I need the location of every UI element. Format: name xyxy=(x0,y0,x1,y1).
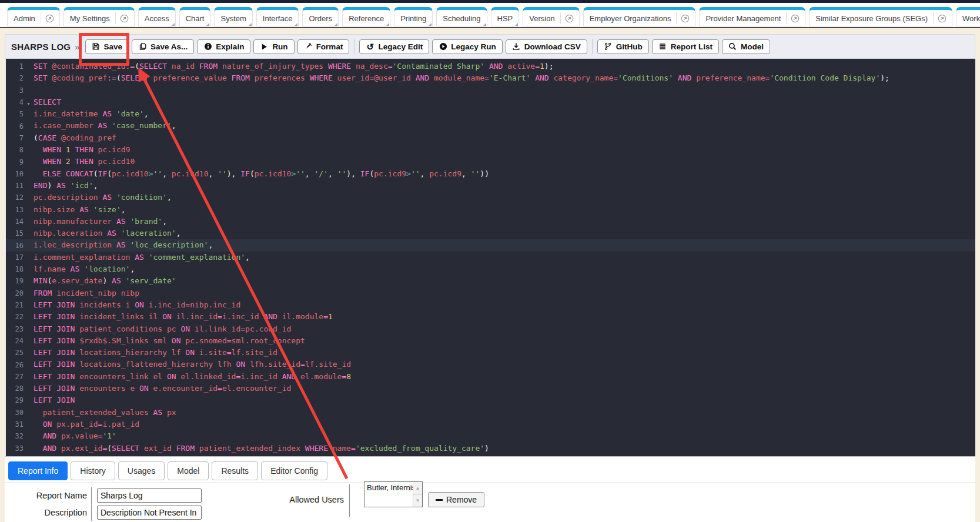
download-csv-button[interactable]: Download CSV xyxy=(506,39,587,54)
panel-tab-usages[interactable]: Usages xyxy=(118,461,165,480)
code-text: LEFT JOIN $rxdb$.SM_links sml ON pc.snom… xyxy=(34,335,305,347)
search-icon xyxy=(728,42,737,51)
panel-tab-results[interactable]: Results xyxy=(212,461,258,480)
github-button[interactable]: GitHub xyxy=(597,39,649,54)
code-line-12: 12pc.description AS 'condition', xyxy=(6,192,975,203)
nav-tab-chart[interactable]: Chart xyxy=(179,7,211,27)
nav-tab-work-locations[interactable]: Work Locations xyxy=(956,7,980,27)
nav-tab-label: Interface xyxy=(262,14,293,23)
report-list-button[interactable]: Report List xyxy=(652,39,719,54)
code-text: LEFT JOIN patient_conditions pc ON il.li… xyxy=(34,323,291,335)
code-line-8: 8 WHEN 1 THEN pc.icd9 xyxy=(6,144,975,156)
code-line-7: 7(CASE @coding_pref xyxy=(6,132,975,144)
fold-gutter xyxy=(24,77,34,79)
toolbar-separator xyxy=(354,39,354,54)
popout-icon[interactable] xyxy=(938,14,946,23)
nav-tab-provider-management[interactable]: Provider Management xyxy=(699,7,805,27)
button-label: Legacy Edit xyxy=(378,42,423,51)
line-number: 25 xyxy=(6,349,24,357)
scroll-up-icon[interactable]: ▲ xyxy=(413,482,422,494)
divider xyxy=(91,504,92,521)
button-label: Save xyxy=(104,42,123,51)
run-button[interactable]: Run xyxy=(253,39,294,54)
scroll-down-icon[interactable]: ▼ xyxy=(413,494,422,507)
fold-gutter xyxy=(24,399,34,401)
code-line-20: 20FROM incident_nibp nibp xyxy=(6,287,975,299)
panel-tab-report-info[interactable]: Report Info xyxy=(8,461,68,480)
fold-arrow-icon[interactable]: ▾ xyxy=(24,99,34,106)
nav-tab-employer-organizations[interactable]: Employer Organizations xyxy=(583,7,696,27)
legacy-edit-button[interactable]: ↺Legacy Edit xyxy=(359,39,429,54)
fold-gutter xyxy=(24,65,34,68)
dropdown-corner-icon xyxy=(335,23,337,26)
nav-tab-label: Scheduling xyxy=(442,14,481,23)
save-as-button[interactable]: Save As... xyxy=(132,39,194,54)
code-text: SET @coding_pref:=(SELECT preference_val… xyxy=(34,72,889,84)
report-name-input[interactable] xyxy=(97,488,202,503)
code-text: pc.description AS 'condition', xyxy=(34,192,172,203)
line-number: 19 xyxy=(6,277,24,285)
nav-tab-orders[interactable]: Orders xyxy=(302,7,339,27)
save-button[interactable]: Save xyxy=(85,39,129,54)
popout-icon[interactable] xyxy=(45,14,54,23)
nav-tab-label: Orders xyxy=(308,14,333,23)
line-number: 30 xyxy=(6,409,24,417)
code-text: MIN(e.serv_date) AS 'serv_date' xyxy=(34,275,176,287)
dropdown-corner-icon xyxy=(295,23,297,26)
line-number: 1 xyxy=(6,62,24,71)
legacy-run-button[interactable]: Legacy Run xyxy=(432,39,503,54)
nav-tab-scheduling[interactable]: Scheduling xyxy=(436,7,487,27)
line-number: 17 xyxy=(6,253,24,262)
line-number: 4 xyxy=(6,98,24,106)
explain-button[interactable]: Explain xyxy=(197,39,250,54)
code-text: WHEN 2 THEN pc.icd10 xyxy=(34,156,135,168)
nav-tab-access[interactable]: Access xyxy=(138,7,176,27)
button-label: Explain xyxy=(216,42,244,51)
panel-tab-editor-config[interactable]: Editor Config xyxy=(261,461,327,480)
code-text: patient_extended_values AS px xyxy=(34,407,176,419)
nav-tab-system[interactable]: System xyxy=(214,7,252,27)
format-button[interactable]: Format xyxy=(297,39,350,54)
report-name-label: Report Name xyxy=(26,491,87,500)
popout-icon[interactable] xyxy=(791,14,800,23)
code-line-15: 15nibp.laceration AS 'laceration', xyxy=(6,227,975,239)
nav-tab-hsp[interactable]: HSP xyxy=(491,7,520,27)
line-number: 8 xyxy=(6,146,24,154)
code-line-21: 21LEFT JOIN incidents i ON i.inc_id=nibp… xyxy=(6,299,975,311)
nav-tab-my-settings[interactable]: My Settings xyxy=(63,7,135,27)
allowed-users-listbox[interactable]: Butler, Internist ▲ ▼ xyxy=(364,481,423,507)
fold-gutter xyxy=(24,232,34,235)
nav-tab-version[interactable]: Version xyxy=(523,7,579,27)
nav-tab-printing[interactable]: Printing xyxy=(394,7,433,27)
dropdown-corner-icon xyxy=(515,23,518,26)
code-line-27: 27LEFT JOIN encounters_link el ON el.lin… xyxy=(6,371,975,383)
sql-editor[interactable]: 1SET @contaminated_id:=(SELECT na_id FRO… xyxy=(5,59,975,456)
code-text: nibp.laceration AS 'laceration', xyxy=(34,227,180,239)
nav-tab-label: Reference xyxy=(348,14,384,23)
fold-gutter xyxy=(24,137,34,139)
nav-tab-label: System xyxy=(220,14,246,23)
model-button[interactable]: Model xyxy=(722,39,770,54)
legacy-run-icon xyxy=(439,42,447,51)
line-number: 2 xyxy=(6,74,24,82)
popout-icon[interactable] xyxy=(565,14,574,23)
panel-tab-history[interactable]: History xyxy=(71,461,115,480)
nav-tab-similar-exposure-groups-segs[interactable]: Similar Exposure Groups (SEGs) xyxy=(809,7,952,27)
panel-tab-model[interactable]: Model xyxy=(168,461,209,480)
dropdown-corner-icon xyxy=(172,23,175,26)
line-number: 23 xyxy=(6,325,24,333)
nav-tab-reference[interactable]: Reference xyxy=(342,7,390,27)
code-text: i.comment_explanation AS 'comment_explan… xyxy=(34,252,250,263)
remove-user-button[interactable]: Remove xyxy=(428,492,484,507)
panel-divider xyxy=(5,483,975,483)
code-text: i.case_number AS 'case_number', xyxy=(34,120,176,132)
line-number: 32 xyxy=(6,432,24,440)
popout-icon[interactable] xyxy=(120,14,129,23)
code-line-14: 14nibp.manufacturer AS 'brand', xyxy=(6,216,975,227)
description-input[interactable] xyxy=(97,506,202,520)
popout-icon[interactable] xyxy=(681,14,690,23)
code-text: i.loc_description AS 'loc_description', xyxy=(34,239,213,251)
nav-tab-admin[interactable]: Admin xyxy=(7,7,60,27)
nav-tab-interface[interactable]: Interface xyxy=(256,7,299,27)
allowed-users-option[interactable]: Butler, Internist xyxy=(364,482,413,507)
